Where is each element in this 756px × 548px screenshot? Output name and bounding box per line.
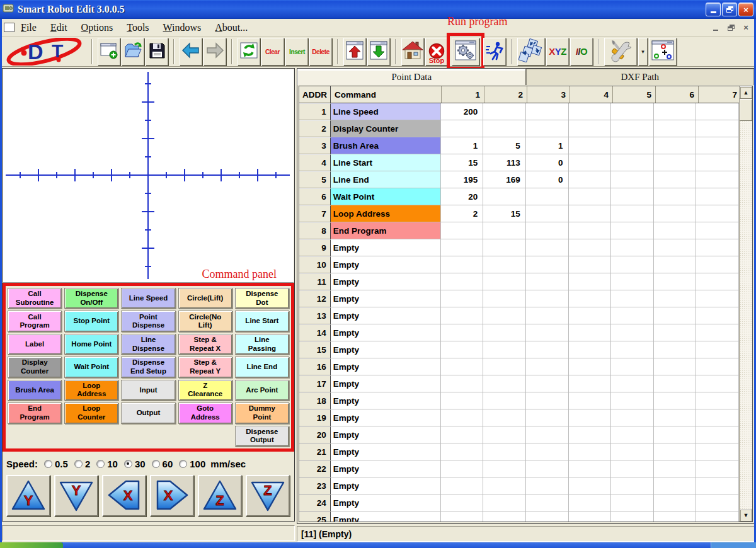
row-address[interactable]: 25	[299, 511, 331, 522]
row-value-col3[interactable]	[526, 409, 569, 426]
row-value-col5[interactable]	[611, 409, 654, 426]
command-button-end-program[interactable]: End Program	[8, 402, 62, 423]
row-value-col2[interactable]	[483, 375, 526, 392]
row-value-col7[interactable]	[696, 460, 739, 477]
row-value-col6[interactable]	[654, 358, 697, 375]
header-col-6[interactable]: 6	[656, 86, 699, 103]
xyz-button[interactable]: XYZ	[546, 38, 569, 66]
row-value-col5[interactable]	[611, 443, 654, 460]
row-value-col1[interactable]	[441, 256, 484, 273]
command-button-point-dispense[interactable]: Point Dispense	[121, 311, 175, 331]
row-value-col5[interactable]	[611, 324, 654, 341]
row-command[interactable]: Brush Area	[331, 137, 441, 154]
header-col-1[interactable]: 1	[442, 86, 484, 103]
row-command[interactable]: Empty	[331, 256, 441, 273]
row-value-col1[interactable]	[441, 494, 484, 511]
command-button-input[interactable]: Input	[121, 380, 175, 401]
row-address[interactable]: 13	[299, 307, 331, 324]
tools-dropdown-button[interactable]: ▾	[638, 38, 648, 66]
row-value-col3[interactable]	[526, 426, 569, 443]
row-value-col7[interactable]	[696, 154, 739, 171]
row-value-col3[interactable]	[526, 256, 569, 273]
row-value-col7[interactable]	[696, 188, 739, 205]
row-value-col2[interactable]	[483, 120, 526, 137]
row-command[interactable]: Empty	[331, 341, 441, 358]
row-value-col1[interactable]	[441, 409, 484, 426]
command-button-call-subroutine[interactable]: Call Subroutine	[8, 288, 62, 309]
speed-radio-10[interactable]	[96, 460, 105, 468]
row-value-col2[interactable]	[483, 443, 526, 460]
row-value-col3[interactable]: 0	[526, 154, 569, 171]
command-button-wait-point[interactable]: Wait Point	[64, 357, 118, 377]
row-value-col1[interactable]	[441, 120, 484, 137]
header-col-5[interactable]: 5	[613, 86, 656, 103]
command-button-loop-counter[interactable]: Loop Counter	[64, 402, 118, 423]
row-value-col4[interactable]	[569, 392, 612, 409]
row-value-col1[interactable]	[441, 239, 484, 256]
row-value-col5[interactable]	[611, 188, 654, 205]
row-command[interactable]: Empty	[331, 273, 441, 290]
row-address[interactable]: 14	[299, 324, 331, 341]
jog-y-up-button[interactable]: Y	[6, 475, 50, 517]
row-value-col3[interactable]	[526, 273, 569, 290]
row-value-col5[interactable]	[611, 341, 654, 358]
command-button-line-end[interactable]: Line End	[235, 357, 289, 377]
row-value-col3[interactable]	[526, 188, 569, 205]
row-value-col5[interactable]	[611, 120, 654, 137]
row-value-col2[interactable]	[483, 290, 526, 307]
row-value-col3[interactable]	[526, 205, 569, 222]
run-program-button[interactable]	[452, 38, 479, 66]
command-button-step-repeat-y[interactable]: Step & Repeat Y	[178, 357, 232, 377]
row-value-col4[interactable]	[569, 443, 612, 460]
row-value-col2[interactable]	[483, 460, 526, 477]
row-command[interactable]: Empty	[331, 409, 441, 426]
command-button-dispense-dot[interactable]: Dispense Dot	[235, 288, 289, 309]
row-value-col3[interactable]: 0	[526, 171, 569, 188]
row-value-col6[interactable]	[654, 375, 697, 392]
row-address[interactable]: 24	[299, 494, 331, 511]
row-value-col2[interactable]: 5	[483, 137, 526, 154]
row-value-col1[interactable]	[441, 511, 484, 522]
row-command[interactable]: Line Start	[331, 154, 441, 171]
tab-point-data[interactable]: Point Data	[297, 69, 526, 85]
row-value-col3[interactable]	[526, 341, 569, 358]
row-value-col7[interactable]	[696, 358, 739, 375]
row-command[interactable]: Wait Point	[331, 188, 441, 205]
row-address[interactable]: 16	[299, 358, 331, 375]
row-command[interactable]: Line Speed	[331, 103, 441, 120]
row-value-col1[interactable]	[441, 443, 484, 460]
row-address[interactable]: 22	[299, 460, 331, 477]
row-value-col4[interactable]	[569, 460, 612, 477]
row-address[interactable]: 4	[299, 154, 331, 171]
forward-button[interactable]	[203, 38, 226, 66]
row-value-col7[interactable]	[696, 205, 739, 222]
row-value-col1[interactable]	[441, 307, 484, 324]
row-value-col5[interactable]	[611, 290, 654, 307]
row-value-col4[interactable]	[569, 222, 612, 239]
row-value-col6[interactable]	[654, 273, 697, 290]
row-value-col4[interactable]	[569, 426, 612, 443]
row-value-col2[interactable]	[483, 324, 526, 341]
row-value-col3[interactable]	[526, 443, 569, 460]
mdi-restore-button[interactable]	[724, 23, 737, 33]
row-value-col7[interactable]	[696, 426, 739, 443]
command-button-loop-address[interactable]: Loop Address	[64, 380, 118, 401]
restore-button[interactable]	[722, 3, 737, 16]
run-fast-button[interactable]	[483, 38, 506, 66]
row-value-col2[interactable]: 169	[483, 171, 526, 188]
row-value-col2[interactable]: 113	[483, 154, 526, 171]
row-value-col6[interactable]	[654, 154, 697, 171]
jog-x-right-button[interactable]: X	[150, 475, 194, 517]
row-value-col4[interactable]	[569, 324, 612, 341]
row-value-col7[interactable]	[696, 307, 739, 324]
row-value-col2[interactable]	[483, 307, 526, 324]
row-value-col7[interactable]	[696, 120, 739, 137]
command-button-dispense-on-off[interactable]: Dispense On/Off	[64, 288, 118, 309]
row-command[interactable]: Empty	[331, 375, 441, 392]
row-value-col7[interactable]	[696, 222, 739, 239]
speed-radio-30[interactable]	[124, 460, 132, 468]
header-command[interactable]: Command	[331, 86, 442, 103]
save-button[interactable]	[146, 38, 168, 66]
command-button-z-clearance[interactable]: Z Clearance	[178, 380, 232, 401]
row-value-col4[interactable]	[569, 375, 612, 392]
